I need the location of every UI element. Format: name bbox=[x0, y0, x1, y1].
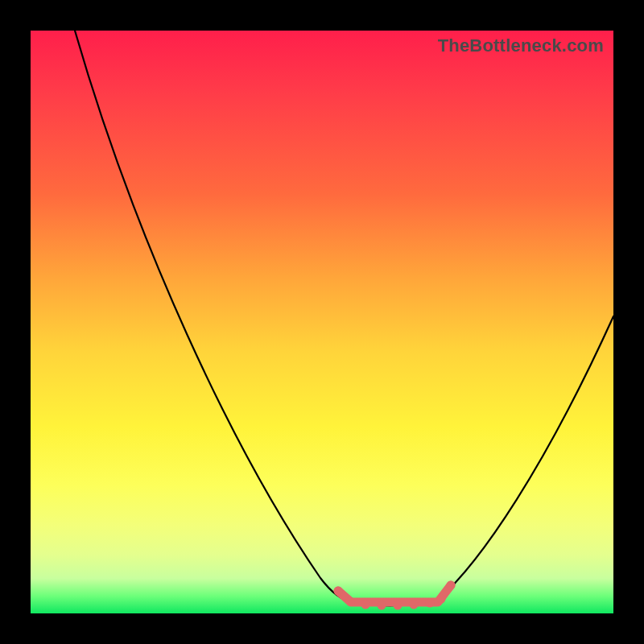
valley-dot bbox=[437, 595, 446, 604]
bottleneck-curve bbox=[31, 31, 613, 613]
valley-highlight bbox=[338, 585, 451, 602]
valley-dot bbox=[410, 601, 419, 609]
curve-left bbox=[75, 31, 353, 602]
valley-dot bbox=[361, 601, 370, 609]
valley-dot bbox=[334, 587, 343, 596]
chart-frame: TheBottleneck.com bbox=[0, 0, 644, 644]
valley-dot bbox=[378, 601, 386, 610]
curve-right bbox=[437, 316, 613, 601]
valley-dot bbox=[447, 581, 456, 590]
valley-dot bbox=[394, 601, 402, 610]
valley-dot bbox=[426, 599, 435, 608]
plot-area: TheBottleneck.com bbox=[31, 31, 613, 613]
valley-dot bbox=[346, 597, 355, 606]
